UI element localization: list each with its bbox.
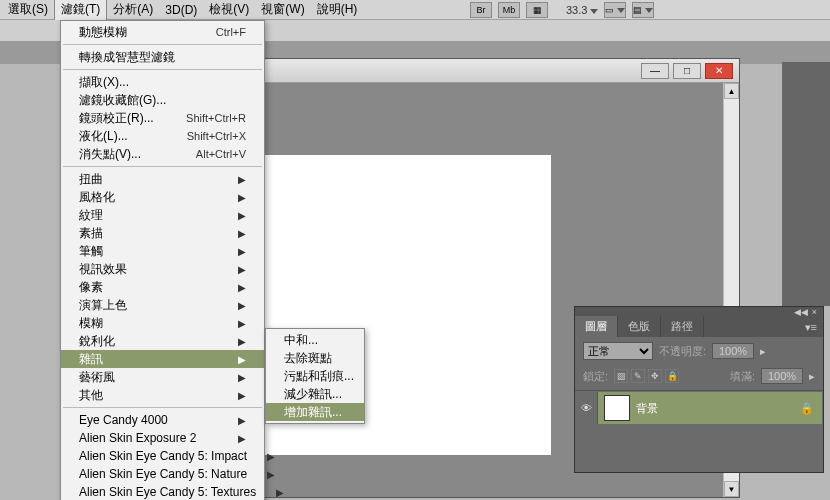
blend-mode-select[interactable]: 正常 — [583, 342, 653, 360]
visibility-icon[interactable]: 👁 — [576, 392, 598, 424]
menu-item[interactable]: 消失點(V)...Alt+Ctrl+V — [61, 145, 264, 163]
panel-menu-icon[interactable]: ▾≡ — [799, 318, 823, 337]
option-bar: Br Mb ▦ 33.3 ▭ ▤ — [0, 0, 830, 20]
menu-item-label: 消失點(V)... — [79, 146, 141, 163]
tab-channels[interactable]: 色版 — [618, 316, 661, 337]
submenu-item[interactable]: 增加雜訊... — [266, 403, 364, 421]
collapsed-panel-dock[interactable] — [782, 62, 830, 306]
menu-item[interactable]: Alien Skin Eye Candy 5: Nature▶ — [61, 465, 264, 483]
viewextras-button[interactable]: ▦ — [526, 2, 548, 18]
menu-item[interactable]: 轉換成智慧型濾鏡 — [61, 48, 264, 66]
submenu-arrow-icon: ▶ — [238, 390, 246, 401]
menu-item-label: 雜訊 — [79, 351, 103, 368]
lock-paint-icon[interactable]: ✎ — [631, 369, 645, 383]
menu-item[interactable]: 素描▶ — [61, 224, 264, 242]
menu-item[interactable]: 筆觸▶ — [61, 242, 264, 260]
menu-item[interactable]: 扭曲▶ — [61, 170, 264, 188]
menu-item-label: Alien Skin Eye Candy 5: Nature — [79, 467, 247, 481]
scroll-down-icon[interactable]: ▼ — [724, 481, 739, 497]
submenu-item[interactable]: 污點和刮痕... — [266, 367, 364, 385]
menu-item[interactable]: 模糊▶ — [61, 314, 264, 332]
submenu-arrow-icon: ▶ — [238, 318, 246, 329]
menu-item[interactable]: 演算上色▶ — [61, 296, 264, 314]
menu-shortcut: Shift+Ctrl+X — [187, 130, 246, 142]
submenu-item[interactable]: 去除斑點 — [266, 349, 364, 367]
submenu-item-label: 污點和刮痕... — [284, 368, 354, 385]
arrange-button[interactable]: ▤ — [632, 2, 654, 18]
menu-item-label: 擷取(X)... — [79, 74, 129, 91]
zoom-level[interactable]: 33.3 — [566, 4, 598, 16]
submenu-arrow-icon: ▶ — [238, 192, 246, 203]
scroll-up-icon[interactable]: ▲ — [724, 83, 739, 99]
submenu-arrow-icon: ▶ — [238, 264, 246, 275]
submenu-arrow-icon: ▶ — [238, 415, 246, 426]
menu-item[interactable]: 濾鏡收藏館(G)... — [61, 91, 264, 109]
minibridge-button[interactable]: Mb — [498, 2, 520, 18]
menu-item[interactable]: 視訊效果▶ — [61, 260, 264, 278]
menu-shortcut: Alt+Ctrl+V — [196, 148, 246, 160]
lock-all-icon[interactable]: 🔒 — [665, 369, 679, 383]
submenu-arrow-icon: ▶ — [238, 433, 246, 444]
menu-item-label: 鏡頭校正(R)... — [79, 110, 154, 127]
menu-item[interactable]: 藝術風▶ — [61, 368, 264, 386]
menu-item[interactable]: 擷取(X)... — [61, 73, 264, 91]
menu-separator — [63, 69, 262, 70]
submenu-item-label: 增加雜訊... — [284, 404, 342, 421]
lock-label: 鎖定: — [583, 369, 608, 384]
chevron-right-icon[interactable]: ▸ — [809, 370, 815, 383]
layer-thumbnail[interactable] — [604, 395, 630, 421]
submenu-item-label: 減少雜訊... — [284, 386, 342, 403]
tab-layers[interactable]: 圖層 — [575, 316, 618, 337]
lock-transparency-icon[interactable]: ▨ — [614, 369, 628, 383]
submenu-arrow-icon: ▶ — [238, 228, 246, 239]
menu-item[interactable]: 液化(L)...Shift+Ctrl+X — [61, 127, 264, 145]
menu-item[interactable]: Alien Skin Eye Candy 5: Textures▶ — [61, 483, 264, 500]
menu-item[interactable]: 其他▶ — [61, 386, 264, 404]
menu-item-label: 扭曲 — [79, 171, 103, 188]
panel-close-icon[interactable]: × — [812, 307, 817, 317]
submenu-item[interactable]: 中和... — [266, 331, 364, 349]
bridge-button[interactable]: Br — [470, 2, 492, 18]
submenu-arrow-icon: ▶ — [267, 451, 275, 462]
lock-icons: ▨ ✎ ✥ 🔒 — [614, 369, 679, 383]
menu-item-label: Alien Skin Exposure 2 — [79, 431, 196, 445]
close-button[interactable]: ✕ — [705, 63, 733, 79]
opacity-value[interactable]: 100% — [712, 343, 754, 359]
collapse-icon: ◀◀ — [794, 307, 808, 317]
tab-paths[interactable]: 路徑 — [661, 316, 704, 337]
lock-icon: 🔒 — [800, 402, 814, 415]
menu-shortcut: Ctrl+F — [216, 26, 246, 38]
chevron-right-icon[interactable]: ▸ — [760, 345, 766, 358]
fill-value[interactable]: 100% — [761, 368, 803, 384]
menu-separator — [63, 44, 262, 45]
menu-item[interactable]: 紋理▶ — [61, 206, 264, 224]
menu-item[interactable]: 動態模糊Ctrl+F — [61, 23, 264, 41]
layers-panel: ◀◀× 圖層 色版 路徑 ▾≡ 正常 不透明度: 100% ▸ 鎖定: ▨ ✎ … — [574, 306, 824, 473]
layer-name[interactable]: 背景 — [636, 401, 800, 416]
menu-item[interactable]: 像素▶ — [61, 278, 264, 296]
menu-item[interactable]: 銳利化▶ — [61, 332, 264, 350]
submenu-arrow-icon: ▶ — [238, 174, 246, 185]
submenu-item[interactable]: 減少雜訊... — [266, 385, 364, 403]
menu-item-label: 其他 — [79, 387, 103, 404]
menu-item-label: 演算上色 — [79, 297, 127, 314]
menu-item[interactable]: Alien Skin Eye Candy 5: Impact▶ — [61, 447, 264, 465]
menu-item[interactable]: 風格化▶ — [61, 188, 264, 206]
minimize-button[interactable]: — — [641, 63, 669, 79]
menu-item-label: 紋理 — [79, 207, 103, 224]
screenmode-button[interactable]: ▭ — [604, 2, 626, 18]
menu-item[interactable]: 鏡頭校正(R)...Shift+Ctrl+R — [61, 109, 264, 127]
maximize-button[interactable]: □ — [673, 63, 701, 79]
menu-item-label: 液化(L)... — [79, 128, 128, 145]
layer-row[interactable]: 👁 背景 🔒 — [576, 392, 822, 424]
submenu-arrow-icon: ▶ — [238, 210, 246, 221]
submenu-item-label: 中和... — [284, 332, 318, 349]
lock-position-icon[interactable]: ✥ — [648, 369, 662, 383]
menu-item[interactable]: 雜訊▶ — [61, 350, 264, 368]
menu-item[interactable]: Eye Candy 4000▶ — [61, 411, 264, 429]
chevron-down-icon — [590, 9, 598, 14]
submenu-arrow-icon: ▶ — [238, 300, 246, 311]
opacity-label: 不透明度: — [659, 344, 706, 359]
menu-item[interactable]: Alien Skin Exposure 2▶ — [61, 429, 264, 447]
menu-item-label: 藝術風 — [79, 369, 115, 386]
